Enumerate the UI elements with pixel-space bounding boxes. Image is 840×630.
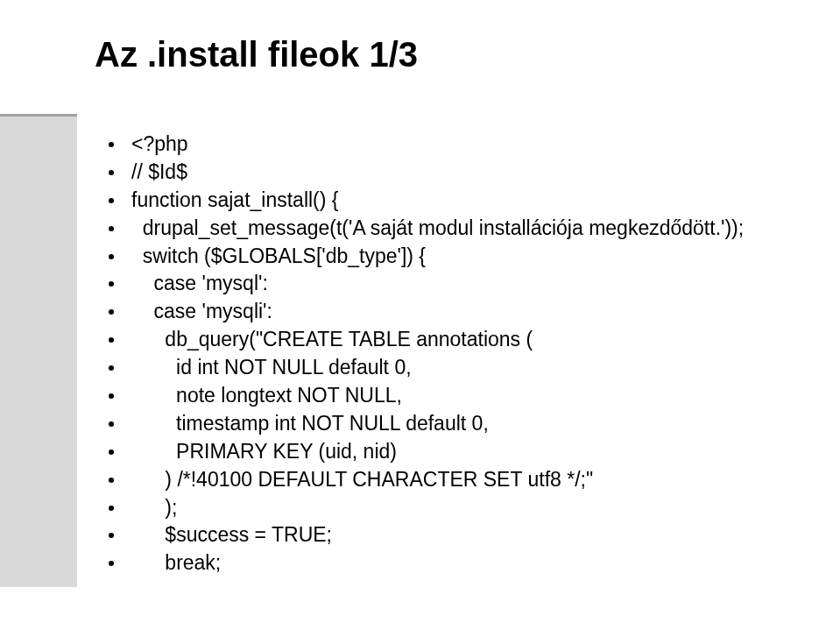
code-line: drupal_set_message(t('A saját modul inst… [109,216,809,242]
bullet-icon [109,421,114,427]
code-line-text: break; [131,550,221,577]
code-line: case 'mysql': [109,271,809,297]
code-line-text: $success = TRUE; [131,522,332,549]
code-line-text: timestamp int NOT NULL default 0, [131,411,489,437]
bullet-icon [109,533,114,538]
bullet-icon [109,337,114,343]
code-line-text: ); [131,495,177,521]
code-line: break; [109,550,809,577]
code-line-text: db_query("CREATE TABLE annotations ( [131,327,533,353]
code-line: function sajat_install() { [109,188,809,214]
bullet-icon [109,170,114,175]
bullet-icon [109,561,114,566]
code-line-text: note longtext NOT NULL, [131,383,402,409]
slide: Az .install fileok 1/3 <?php// $Id$funct… [0,0,840,630]
code-line-text: switch ($GLOBALS['db_type']) { [131,244,426,270]
code-line: db_query("CREATE TABLE annotations ( [109,327,809,353]
code-line-text: case 'mysqli': [131,299,272,325]
code-line: timestamp int NOT NULL default 0, [109,411,809,437]
code-line-text: id int NOT NULL default 0, [131,355,412,381]
code-line: <?php [109,131,809,158]
code-line-text: function sajat_install() { [131,188,339,214]
code-line: switch ($GLOBALS['db_type']) { [109,244,809,270]
bullet-icon [109,198,114,203]
bullet-icon [109,478,114,483]
bullet-icon [109,226,114,231]
code-line: note longtext NOT NULL, [109,383,809,409]
sidebar-decoration [0,114,77,587]
code-line: id int NOT NULL default 0, [109,355,809,381]
bullet-icon [109,365,114,371]
code-line: ) /*!40100 DEFAULT CHARACTER SET utf8 */… [109,467,809,493]
code-line-text: PRIMARY KEY (uid, nid) [131,439,397,465]
bullet-icon [109,506,114,511]
bullet-icon [109,142,114,147]
code-line-text: <?php [131,131,188,158]
code-line: PRIMARY KEY (uid, nid) [109,439,809,465]
code-line-text: // $Id$ [131,159,187,186]
code-line: $success = TRUE; [109,522,809,549]
code-line: ); [109,495,809,521]
code-line: case 'mysqli': [109,299,809,325]
code-line-text: drupal_set_message(t('A saját modul inst… [131,216,744,242]
code-line-text: ) /*!40100 DEFAULT CHARACTER SET utf8 */… [131,467,593,493]
bullet-icon [109,449,114,455]
code-line-text: case 'mysql': [131,271,268,297]
bullet-icon [109,309,114,315]
slide-title: Az .install fileok 1/3 [95,35,418,74]
bullet-icon [109,281,114,287]
bullet-icon [109,393,114,399]
bullet-icon [109,254,114,259]
code-line: // $Id$ [109,159,809,186]
code-content: <?php// $Id$function sajat_install() { d… [109,131,809,578]
